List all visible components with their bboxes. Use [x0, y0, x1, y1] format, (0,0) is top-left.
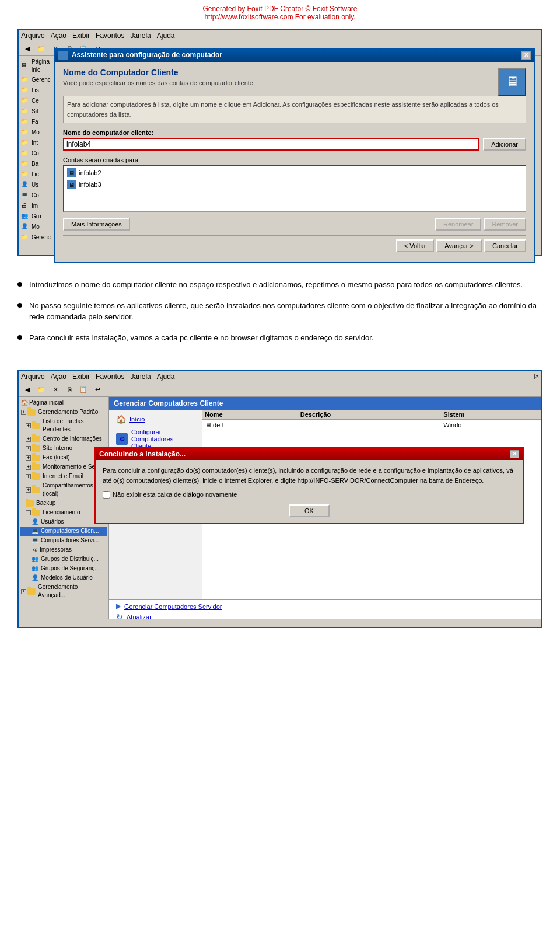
grupos-seg-icon: 👥 [32, 564, 38, 573]
expand-licenc[interactable]: - [26, 510, 31, 515]
sidebar-item-gerenc[interactable]: 📁 Gerenc [20, 75, 57, 85]
menu-arquivo[interactable]: Arquivo [21, 32, 45, 40]
sidebar-item-sit[interactable]: 📁 Sit [20, 106, 57, 117]
sidebar-item-ba[interactable]: 📁 Ba [20, 159, 57, 169]
gerenc-av-folder-icon [27, 588, 36, 595]
toolbar-2: ◀ 📁 ✕ ⎘ 📋 ↩ [19, 382, 541, 397]
next-nav-button[interactable]: Avançar > [436, 239, 482, 252]
expand-gerenc-av[interactable]: + [21, 589, 26, 594]
more-info-button[interactable]: Mais Informações [63, 218, 130, 231]
menu-exibir[interactable]: Exibir [72, 32, 90, 40]
sidebar-item-mo[interactable]: 📁 Mo [20, 127, 57, 138]
add-button[interactable]: Adicionar [483, 138, 526, 151]
accounts-list[interactable]: 🖥 infolab2 🖥 infolab3 [63, 165, 526, 212]
table-row-dell[interactable]: 🖥 dell Windo [202, 420, 541, 430]
menu2-ajuda[interactable]: Ajuda [157, 372, 175, 381]
red-dialog-title: Concluindo a Instalação... [99, 450, 186, 458]
sidebar2-gerenc-padrão[interactable]: + Gerenciamento Padrão [20, 407, 107, 417]
menu2-acao[interactable]: Ação [51, 372, 66, 381]
dialog-body: Nome do Computador Cliente Você pode esp… [55, 62, 534, 262]
sidebar-item-mo2[interactable]: 👤 Mo [20, 222, 57, 232]
back-nav-button[interactable]: < Voltar [396, 239, 435, 252]
sidebar-item-co1[interactable]: 📁 Co [20, 148, 57, 159]
sidebar-item-co2[interactable]: 💻 Co [20, 190, 57, 201]
dialog-right-buttons: Renomear Remover [435, 218, 526, 231]
action-inicio[interactable]: 🏠 Início [111, 412, 200, 426]
sidebar-item-lic[interactable]: 📁 Lic [20, 169, 57, 180]
undo-btn-2[interactable]: ↩ [91, 384, 104, 395]
sidebar-item-pagina[interactable]: 🖥 Página inic [20, 57, 57, 75]
int-icon: 📁 [21, 138, 30, 148]
sidebar-item-ce[interactable]: 📁 Ce [20, 96, 57, 106]
dont-show-checkbox[interactable] [103, 491, 110, 499]
dell-icon: 🖥 [205, 421, 213, 428]
sidebar-item-gru[interactable]: 👥 Gru [20, 211, 57, 222]
list-item-infolab3[interactable]: 🖥 infolab3 [65, 179, 524, 190]
sidebar2-gerenc-avancado[interactable]: + Gerenciamento Avançad... [20, 583, 107, 600]
menu-acao[interactable]: Ação [51, 32, 66, 40]
menu2-arquivo[interactable]: Arquivo [21, 372, 45, 381]
dialog-title: Assistente para configuração de computad… [58, 51, 222, 60]
copy-btn-2[interactable]: ⎘ [63, 384, 76, 395]
sit-icon: 📁 [21, 107, 30, 116]
cancel-nav-button[interactable]: Cancelar [484, 239, 526, 252]
remove-button[interactable]: Remover [484, 218, 526, 231]
bullet-dot-3 [18, 335, 22, 340]
sidebar2-lista[interactable]: + Lista de Tarefas Pendentes [20, 417, 107, 434]
menu-janela[interactable]: Janela [130, 32, 150, 40]
sidebar2-centro[interactable]: + Centro de Informações [20, 434, 107, 444]
sidebar-item-im[interactable]: 🖨 Im [20, 201, 57, 211]
expand-internet[interactable]: + [26, 474, 31, 479]
bullet-dot-2 [18, 303, 22, 308]
centro-folder-icon [32, 436, 40, 442]
expand-fax[interactable]: + [26, 455, 31, 461]
dialog-title-icon [58, 51, 68, 60]
sidebar2-impressoras[interactable]: 🖨 Impressoras [20, 545, 107, 555]
menu-ajuda[interactable]: Ajuda [157, 32, 175, 40]
menu2-favoritos[interactable]: Favoritos [96, 372, 124, 381]
list-item-infolab2[interactable]: 🖥 infolab2 [65, 167, 524, 179]
sidebar-item-lis[interactable]: 📁 Lis [20, 85, 57, 96]
sidebar2-comp-cliente[interactable]: 💻 Computadores Clien... [20, 527, 107, 536]
back-btn[interactable]: ◀ [21, 43, 34, 54]
menu2-janela[interactable]: Janela [130, 372, 150, 381]
lis-icon: 📁 [21, 86, 30, 95]
sidebar-item-fa[interactable]: 📁 Fa [20, 117, 57, 127]
red-dialog-close-btn[interactable]: ✕ [510, 450, 519, 458]
rename-button[interactable]: Renomear [435, 218, 481, 231]
sidebar2-grupos-dist[interactable]: 👥 Grupos de Distribuiç... [20, 555, 107, 564]
expand-compartilh[interactable]: + [26, 487, 31, 493]
sidebar2-comp-serv[interactable]: 💻 Computadores Servi... [20, 536, 107, 545]
grupos-dist-icon: 👥 [32, 555, 38, 563]
ok-button[interactable]: OK [289, 504, 330, 517]
infolab3-icon: 🖥 [67, 180, 76, 189]
expand-gerenc[interactable]: + [21, 410, 26, 415]
pagina-icon: 🏠 [21, 399, 28, 407]
expand-lista[interactable]: + [26, 423, 31, 428]
link-atualizar[interactable]: ↻ Atualizar [114, 611, 537, 619]
gerenc2-icon: 📁 [21, 233, 30, 242]
sidebar2-modelos[interactable]: 👤 Modelos de Usuário [20, 573, 107, 583]
list-label: Contas serão criadas para: [63, 156, 526, 163]
impressoras-icon: 🖨 [32, 546, 37, 554]
sidebar-item-us[interactable]: 👤 Us [20, 180, 57, 190]
expand-centro[interactable]: + [26, 437, 31, 442]
menu-favoritos[interactable]: Favoritos [96, 32, 124, 40]
ce-icon: 📁 [21, 96, 30, 106]
expand-monit[interactable]: + [26, 465, 31, 470]
delete-btn-2[interactable]: ✕ [49, 384, 62, 395]
sidebar2-pagina[interactable]: 🏠 Página inicial [20, 398, 107, 407]
sidebar-item-gerenc2[interactable]: 📁 Gerenc [20, 232, 57, 243]
paste-btn-2[interactable]: 📋 [77, 384, 90, 395]
sidebar2-grupos-seg[interactable]: 👥 Grupos de Seguranç... [20, 564, 107, 573]
computer-name-input[interactable] [63, 138, 480, 151]
gru-icon: 👥 [21, 212, 30, 221]
back-btn-2[interactable]: ◀ [21, 384, 34, 395]
link-gerenciar-servidor[interactable]: Gerenciar Computadores Servidor [114, 602, 537, 611]
menu2-exibir[interactable]: Exibir [72, 372, 90, 381]
col-header-sys: Sistem [443, 411, 539, 418]
dialog-close-btn[interactable]: ✕ [522, 51, 531, 60]
expand-site[interactable]: + [26, 446, 31, 451]
sidebar-item-int[interactable]: 📁 Int [20, 138, 57, 148]
site-folder-icon [32, 445, 40, 452]
